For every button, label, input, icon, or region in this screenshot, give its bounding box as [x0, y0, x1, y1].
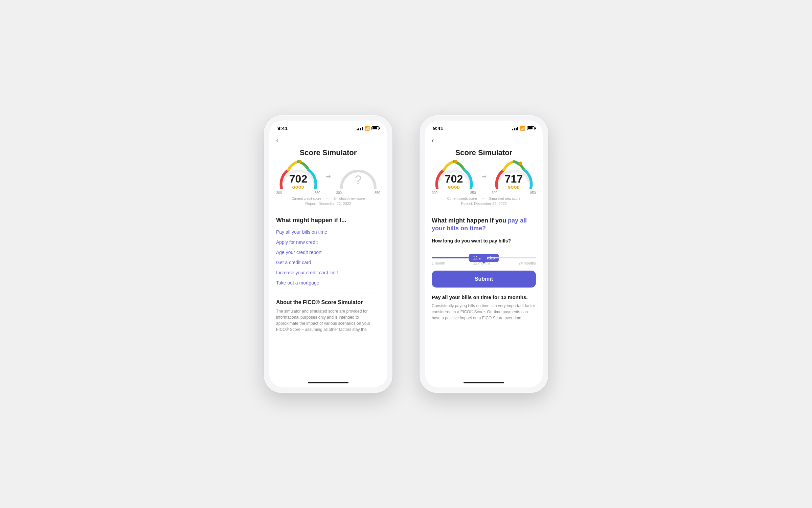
divider2-left — [276, 294, 380, 294]
back-button-left[interactable]: ‹ — [276, 134, 380, 148]
page-container: 9:41 📶 ‹ Sco — [264, 115, 548, 393]
gauge-center-left: 702 GOOD — [289, 173, 307, 190]
home-indicator-left — [269, 379, 387, 387]
gauge-simulated-right: 717 GOOD — [492, 163, 536, 190]
back-button-right[interactable]: ‹ — [432, 134, 536, 148]
section-title-left: What might happen if I... — [276, 217, 380, 224]
wifi-icon-right: 📶 — [520, 126, 525, 131]
time-right: 9:41 — [433, 125, 443, 131]
score-arrow-right: → — [481, 196, 485, 201]
gauge-current-left: 702 GOOD — [276, 163, 320, 190]
option-item-4[interactable]: Increase your credit card limit — [276, 270, 380, 275]
slider-fill-right — [432, 257, 484, 258]
gauge-center-current-right: 702 GOOD — [445, 173, 463, 190]
home-indicator-right — [425, 379, 543, 387]
option-item-2[interactable]: Age your credit report — [276, 250, 380, 255]
divider-left — [276, 211, 380, 211]
option-item-1[interactable]: Apply for new credit — [276, 239, 380, 245]
score-arrow-left: → — [325, 196, 329, 201]
option-item-3[interactable]: Get a credit card — [276, 260, 380, 265]
report-date-right: Report: December 22, 2022 — [432, 202, 536, 206]
gauges-left: 702 GOOD 300 850 ➡ — [276, 163, 380, 195]
phone-right: 9:41 📶 ‹ Sco — [420, 115, 548, 393]
current-label-right: GOOD — [448, 185, 460, 189]
report-date-left: Report: December 22, 2022 — [276, 202, 380, 206]
gauge-arrow-left: ➡ — [326, 163, 331, 180]
status-icons-right: 📶 — [512, 126, 535, 131]
question-heading-plain: What might happen if you — [432, 217, 508, 224]
signal-icon-right — [512, 126, 518, 130]
option-list-left: Pay all your bills on time Apply for new… — [276, 229, 380, 285]
option-item-5[interactable]: Take out a mortgage — [276, 280, 380, 285]
simulated-gauge-left: ? 300 850 — [336, 163, 380, 195]
simulated-score-right: 717 — [505, 173, 523, 184]
current-gauge-left: 702 GOOD 300 850 — [276, 163, 320, 195]
current-score-right: 702 — [445, 173, 463, 184]
slider-track-right[interactable] — [432, 257, 536, 258]
gauge-arrow-right: ➡ — [481, 163, 487, 180]
battery-icon-right — [527, 126, 535, 130]
current-gauge-right: 702 GOOD 300 850 — [432, 163, 476, 195]
info-text-right: Consistently paying bills on time is a v… — [432, 303, 536, 321]
slider-min-label: 1 month — [432, 261, 445, 265]
simulated-gauge-right: 717 GOOD 300 850 — [492, 163, 536, 195]
current-score-left: 702 — [289, 173, 307, 184]
gauges-right: 702 GOOD 300 850 ➡ — [432, 163, 536, 195]
slider-max-label: 24 months — [519, 261, 536, 265]
status-bar-left: 9:41 📶 — [269, 121, 387, 134]
battery-icon-left — [371, 126, 379, 130]
gauge-question-left: ? — [355, 174, 361, 186]
gauge-center-simulated-right: 717 GOOD — [505, 173, 523, 190]
submit-button-right[interactable]: Submit — [432, 271, 536, 288]
info-title-right: Pay all your bills on time for 12 months… — [432, 294, 536, 300]
status-icons-left: 📶 — [357, 126, 379, 131]
simulated-label-right: GOOD — [508, 185, 520, 189]
about-text-left: The simulator and simulated score are pr… — [276, 308, 380, 333]
phone-left: 9:41 📶 ‹ Sco — [264, 115, 392, 393]
current-label-left: GOOD — [292, 185, 304, 189]
slider-thumb-right[interactable] — [481, 255, 487, 261]
question-heading-right: What might happen if you pay all your bi… — [432, 217, 536, 233]
wifi-icon-left: 📶 — [364, 126, 370, 131]
gauge-simulated-left: ? — [336, 163, 380, 190]
option-item-0[interactable]: Pay all your bills on time — [276, 229, 380, 235]
gauge-current-right: 702 GOOD — [432, 163, 476, 190]
status-bar-right: 9:41 📶 — [425, 121, 543, 134]
time-left: 9:41 — [277, 125, 288, 131]
svg-point-0 — [298, 160, 302, 163]
signal-icon-left — [357, 126, 363, 130]
slider-container-right: 12 months — [432, 257, 536, 258]
sub-question-right: How long do you want to pay bills? — [432, 238, 536, 244]
question-mark-left: ? — [355, 173, 361, 187]
svg-point-1 — [454, 160, 457, 163]
about-title-left: About the FICO® Score Simulator — [276, 299, 380, 305]
divider-right — [432, 211, 536, 211]
svg-point-2 — [519, 162, 522, 165]
